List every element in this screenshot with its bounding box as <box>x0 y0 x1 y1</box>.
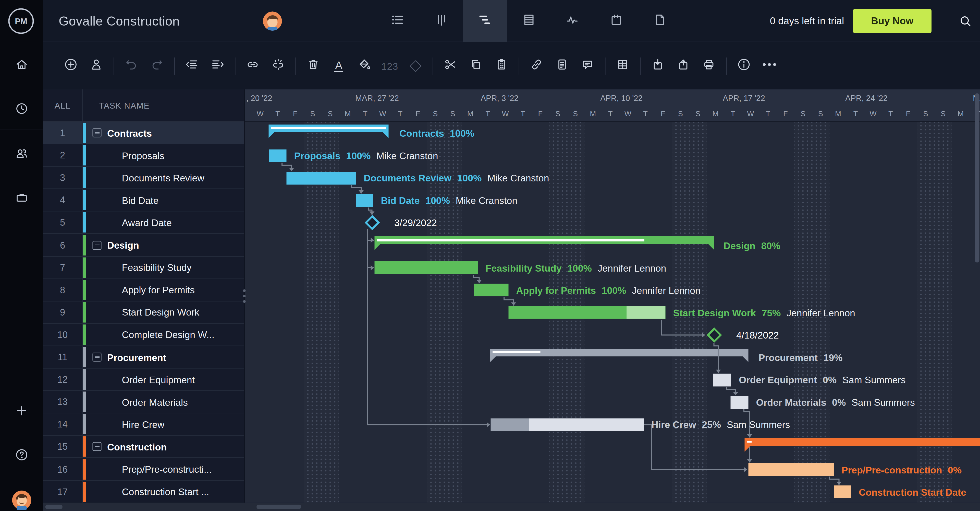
tab-gantt-view[interactable] <box>463 0 507 42</box>
outdent-button[interactable] <box>180 56 205 76</box>
task-bar-documents-review[interactable] <box>286 172 356 184</box>
print-button[interactable] <box>696 56 722 76</box>
search-button[interactable] <box>955 10 976 32</box>
sidebar-item-team[interactable] <box>0 144 43 166</box>
link-tasks-icon <box>246 57 260 74</box>
task-bar-proposals[interactable] <box>269 149 286 162</box>
fill-color-button[interactable] <box>352 56 377 76</box>
tab-sheet-view[interactable] <box>507 0 550 42</box>
table-gantt-splitter[interactable] <box>242 89 247 503</box>
task-bar-feasibility-study[interactable] <box>375 261 478 274</box>
task-bar-order-equipment[interactable] <box>713 374 731 386</box>
cut-button[interactable] <box>438 56 463 76</box>
project-owner-avatar[interactable] <box>263 11 282 31</box>
task-bar-bid-date[interactable] <box>356 194 373 207</box>
collapse-icon[interactable] <box>93 442 102 451</box>
redo-button[interactable] <box>144 56 170 76</box>
task-bar-construction-start-date[interactable] <box>834 485 851 498</box>
table-row-3[interactable]: 3Documents Review <box>43 167 245 189</box>
summary-tail-left <box>375 244 380 250</box>
table-row-17[interactable]: 17Construction Start ... <box>43 481 245 503</box>
task-color-strip <box>83 302 86 323</box>
table-row-14[interactable]: 14Hire Crew <box>43 414 245 436</box>
milestone-complete-design-work[interactable] <box>706 327 721 343</box>
task-bar-apply-for-permits[interactable] <box>474 284 509 297</box>
table-row-8[interactable]: 8Apply for Permits <box>43 279 245 302</box>
notes-button[interactable] <box>549 56 575 76</box>
timeline-day-label: S <box>812 106 829 121</box>
task-bar-prep-pre-construction[interactable] <box>749 463 834 476</box>
table-row-12[interactable]: 12Order Equipment <box>43 369 245 391</box>
table-row-13[interactable]: 13Order Materials <box>43 391 245 414</box>
table-row-1[interactable]: 1Contracts <box>43 122 245 145</box>
tab-board-view[interactable] <box>420 0 463 42</box>
sidebar-item-home[interactable] <box>0 55 43 77</box>
task-color-strip <box>83 145 86 166</box>
summary-tail-left <box>745 446 751 452</box>
task-color-strip <box>83 459 86 479</box>
table-row-7[interactable]: 7Feasibility Study <box>43 257 245 279</box>
table-row-11[interactable]: 11Procurement <box>43 346 245 369</box>
timeline-day-label: S <box>321 106 339 121</box>
tab-docs-view[interactable] <box>638 0 682 42</box>
sidebar-item-plus[interactable] <box>0 401 43 423</box>
column-header-all[interactable]: ALL <box>43 89 83 122</box>
numbers-button[interactable]: 123 <box>377 56 403 76</box>
table-row-9[interactable]: 9Start Design Work <box>43 301 245 324</box>
pm-logo[interactable]: PM <box>8 8 34 34</box>
table-row-4[interactable]: 4Bid Date <box>43 189 245 212</box>
collapse-icon[interactable] <box>93 240 102 249</box>
more-button[interactable] <box>757 56 782 76</box>
gantt-horizontal-scrollbar[interactable] <box>256 505 301 509</box>
add-task-button[interactable] <box>58 56 84 76</box>
table-row-16[interactable]: 16Prep/Pre-constructi... <box>43 458 245 481</box>
tab-activity-view[interactable] <box>551 0 594 42</box>
row-number: 3 <box>43 167 83 188</box>
summary-bar-procurement[interactable] <box>490 348 749 356</box>
link-tasks-button[interactable] <box>240 56 266 76</box>
table-row-6[interactable]: 6Design <box>43 234 245 257</box>
table-row-5[interactable]: 5Award Date <box>43 212 245 234</box>
tab-calendar-view[interactable] <box>594 0 638 42</box>
table-row-10[interactable]: 10Complete Design W... <box>43 324 245 346</box>
attachment-button[interactable] <box>524 56 549 76</box>
redo-icon <box>150 57 164 74</box>
clock-icon <box>14 102 28 118</box>
delete-button[interactable] <box>301 56 326 76</box>
task-bar-start-design-work[interactable] <box>509 306 666 319</box>
comment-button[interactable] <box>575 56 600 76</box>
import-button[interactable] <box>645 56 671 76</box>
collapse-icon[interactable] <box>93 353 102 361</box>
assign-user-button[interactable] <box>84 56 109 76</box>
unlink-tasks-button[interactable] <box>266 56 291 76</box>
summary-bar-design[interactable] <box>375 236 714 244</box>
summary-bar-contracts[interactable] <box>269 124 389 132</box>
tab-list-view[interactable] <box>376 0 420 42</box>
column-header-task-name[interactable]: TASK NAME <box>83 89 245 122</box>
collapse-icon[interactable] <box>93 129 102 137</box>
sidebar-item-clock[interactable] <box>0 99 43 121</box>
sidebar-item-avatar[interactable] <box>0 489 43 511</box>
milestone-award-date[interactable] <box>364 215 380 230</box>
copy-button[interactable] <box>463 56 489 76</box>
sidebar-item-help[interactable] <box>0 446 43 467</box>
undo-button[interactable] <box>119 56 144 76</box>
task-color-strip <box>83 190 86 210</box>
sidebar-item-portfolio[interactable] <box>0 188 43 209</box>
task-bar-order-materials[interactable] <box>731 396 749 409</box>
table-horizontal-scrollbar[interactable] <box>45 505 63 509</box>
indent-button[interactable] <box>205 56 231 76</box>
columns-button[interactable] <box>610 56 635 76</box>
table-row-15[interactable]: 15Construction <box>43 436 245 458</box>
vertical-scrollbar[interactable] <box>975 93 980 263</box>
text-color-button[interactable]: A <box>326 56 352 76</box>
table-row-2[interactable]: 2Proposals <box>43 144 245 167</box>
export-button[interactable] <box>671 56 696 76</box>
summary-bar-construction[interactable] <box>745 438 980 446</box>
project-title[interactable]: Govalle Construction <box>59 0 180 42</box>
milestone-button[interactable] <box>403 56 428 76</box>
buy-now-button[interactable]: Buy Now <box>853 9 932 33</box>
paste-button[interactable] <box>489 56 514 76</box>
info-button[interactable] <box>731 56 757 76</box>
task-bar-hire-crew[interactable] <box>491 418 644 431</box>
